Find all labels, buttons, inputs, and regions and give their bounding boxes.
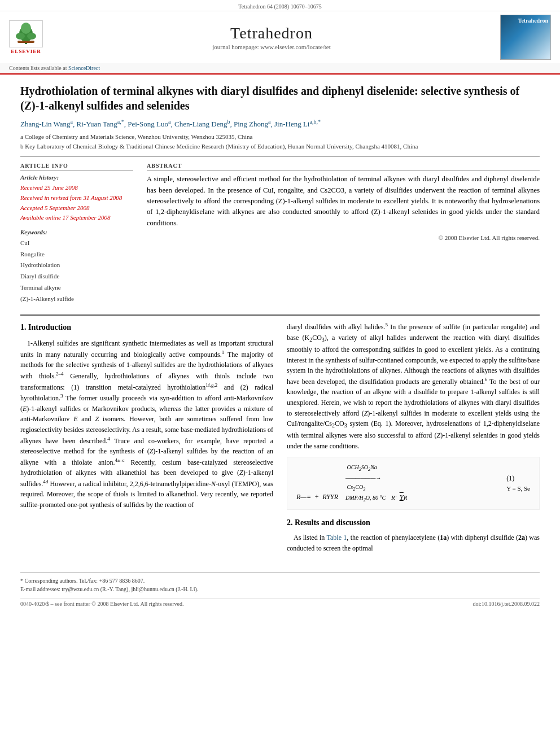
main-content: Hydrothiolation of terminal alkynes with…	[0, 75, 560, 567]
section1-heading: 1. Introduction	[20, 321, 273, 334]
available-date: Available online 17 September 2008	[20, 213, 133, 223]
doi-text: doi:10.1016/j.tet.2008.09.022	[473, 601, 540, 607]
homepage-text: journal homepage: www.elsevier.com/locat…	[212, 43, 330, 50]
body-para-3: As listed in Table 1, the reaction of ph…	[287, 532, 540, 553]
article-title: Hydrothiolation of terminal alkynes with…	[20, 84, 540, 113]
keyword-5: Terminal alkyne	[20, 282, 133, 294]
svg-point-4	[21, 23, 31, 34]
body-col-left: 1. Introduction 1-Alkenyl sulfides are s…	[20, 321, 273, 558]
doi-text: Tetrahedron 64 (2008) 10670–10675	[238, 3, 321, 10]
doi-bar: Tetrahedron 64 (2008) 10670–10675	[0, 2, 560, 11]
received-date: Received 25 June 2008	[20, 183, 133, 193]
journal-homepage: journal homepage: www.elsevier.com/locat…	[43, 43, 500, 50]
authors: Zhang-Lin Wanga, Ri-Yuan Tanga,*, Pei-So…	[20, 119, 540, 129]
keywords-label: Keywords:	[20, 229, 133, 235]
affiliation-b: b Key Laboratory of Chemical Biology & T…	[20, 142, 540, 151]
keyword-6: (Z)-1-Alkenyl sulfide	[20, 294, 133, 305]
body-para-2: diaryl disulfides with alkyl halides.5 I…	[287, 321, 540, 451]
body-two-col: 1. Introduction 1-Alkenyl sulfides are s…	[20, 321, 540, 558]
abstract-text: A simple, stereoselective and efficient …	[147, 174, 540, 229]
elsevier-text: ELSEVIER	[11, 49, 41, 54]
equation-box: R—≡ + RYYR OCH2SO2Na ——————→ Cs2CO3 DMF/…	[287, 457, 540, 510]
body-para-1: 1-Alkenyl sulfides are significant synth…	[20, 338, 273, 510]
svg-point-2	[16, 33, 25, 40]
keyword-1: CuI	[20, 238, 133, 249]
copyright: © 2008 Elsevier Ltd. All rights reserved…	[147, 234, 540, 241]
history-label: Article history:	[20, 174, 133, 181]
svg-point-3	[27, 33, 36, 40]
page-footer: * Corresponding authors. Tel./fax: +86 5…	[20, 573, 540, 593]
journal-badge: Tetrahedron	[500, 15, 551, 60]
elsevier-branding: ELSEVIER	[9, 20, 43, 54]
issn-text: 0040-4020/$ – see front matter © 2008 El…	[20, 601, 183, 607]
body-col-right: diaryl disulfides with alkyl halides.5 I…	[287, 321, 540, 558]
journal-banner: ELSEVIER Tetrahedron journal homepage: w…	[0, 11, 560, 63]
journal-badge-label: Tetrahedron	[518, 18, 548, 24]
journal-title: Tetrahedron	[43, 24, 500, 42]
accepted-date: Accepted 5 September 2008	[20, 203, 133, 213]
article-info-abstract: ARTICLE INFO Article history: Received 2…	[20, 156, 540, 304]
keywords-list: CuI Rongalite Hydrothiolation Diaryl dis…	[20, 238, 133, 305]
elsevier-logo-box	[9, 20, 43, 47]
sciencedirect-text: Contents lists available at ScienceDirec…	[9, 65, 100, 71]
keyword-2: Rongalite	[20, 249, 133, 260]
elsevier-tree-icon	[12, 23, 40, 45]
received-revised-date: Received in revised form 31 August 2008	[20, 193, 133, 203]
svg-rect-5	[18, 41, 34, 43]
article-meta-bar: Contents lists available at ScienceDirec…	[0, 63, 560, 73]
abstract-col: ABSTRACT A simple, stereoselective and e…	[147, 163, 540, 304]
article-info-label: ARTICLE INFO	[20, 163, 133, 171]
affiliations: a College of Chemistry and Materials Sci…	[20, 132, 540, 151]
section2-heading: 2. Results and discussion	[287, 517, 540, 529]
journal-center: Tetrahedron journal homepage: www.elsevi…	[43, 24, 500, 50]
article-info-col: ARTICLE INFO Article history: Received 2…	[20, 163, 133, 304]
journal-header: Tetrahedron 64 (2008) 10670–10675 ELSEVI…	[0, 0, 560, 75]
footnote-1: * Corresponding authors. Tel./fax: +86 5…	[20, 576, 540, 585]
keyword-3: Hydrothiolation	[20, 260, 133, 271]
abstract-label: ABSTRACT	[147, 163, 540, 171]
body-section: 1. Introduction 1-Alkenyl sulfides are s…	[20, 314, 540, 558]
sciencedirect-link[interactable]: ScienceDirect	[68, 65, 100, 71]
equation-formula: R—≡ + RYYR OCH2SO2Na ——————→ Cs2CO3 DMF/…	[296, 463, 408, 504]
equation-number: (1) Y = S, Se	[506, 473, 530, 494]
footer-bar: 0040-4020/$ – see front matter © 2008 El…	[20, 598, 540, 607]
footnote-2: E-mail addresses: try@wzu.edu.cn (R.-Y. …	[20, 585, 540, 593]
elsevier-logo: ELSEVIER	[9, 20, 43, 54]
affiliation-a: a College of Chemistry and Materials Sci…	[20, 132, 540, 142]
keyword-4: Diaryl disulfide	[20, 271, 133, 282]
